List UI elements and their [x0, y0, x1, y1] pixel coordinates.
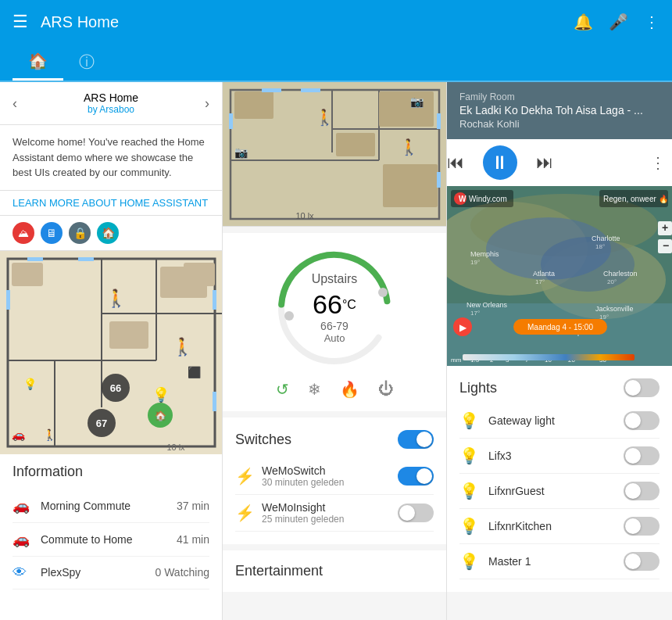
fp-icon-lock[interactable]: 🔒 — [69, 222, 91, 244]
thermostat-power-btn[interactable]: ⏻ — [378, 380, 394, 399]
svg-text:W: W — [459, 195, 466, 203]
thermostat-unit: °C — [342, 298, 356, 311]
svg-text:⬛: ⬛ — [188, 366, 202, 379]
wemoinsight-icon: ⚡ — [235, 504, 254, 522]
svg-rect-42 — [383, 164, 438, 207]
wemoswitch-time: 30 minuten geleden — [262, 477, 390, 488]
fp-icon-house[interactable]: 🏠 — [97, 222, 119, 244]
header-actions: 🔔 🎤 ⋮ — [574, 13, 659, 31]
lifxnrguest-light-toggle[interactable] — [624, 482, 659, 500]
home-nav-subtitle[interactable]: by Arsaboo — [84, 104, 138, 115]
svg-text:Memphis: Memphis — [470, 250, 499, 258]
svg-rect-38 — [336, 133, 375, 156]
svg-text:📷: 📷 — [234, 146, 248, 159]
fp-icon-mountain[interactable]: ⛰ — [13, 222, 34, 244]
home-nav: ‹ ARS Home by Arsaboo › — [0, 82, 222, 125]
learn-more-link[interactable]: LEARN MORE ABOUT HOME ASSISTANT — [0, 191, 222, 216]
thermostat-controls: ↺ ❄ 🔥 ⏻ — [235, 380, 434, 399]
next-arrow[interactable]: › — [205, 95, 209, 112]
light-row-lifxnrguest: 💡 LifxnrGuest — [459, 474, 659, 509]
wemoinsight-name: WeMoInsight — [262, 501, 390, 514]
svg-rect-98 — [463, 354, 634, 360]
wemoinsight-toggle[interactable] — [398, 504, 434, 522]
menu-icon[interactable]: ☰ — [13, 12, 28, 32]
lifxnrkitchen-light-toggle[interactable] — [624, 517, 659, 536]
svg-text:19°: 19° — [470, 259, 480, 266]
morning-commute-value: 37 min — [177, 500, 209, 512]
svg-point-62 — [541, 237, 634, 292]
bell-icon[interactable]: 🔔 — [574, 13, 593, 31]
svg-rect-10 — [109, 321, 148, 349]
light-icon-gateway: 💡 — [459, 411, 479, 430]
switches-card: Switches ⚡ WeMoSwitch 30 minuten geleden… — [223, 418, 446, 544]
svg-text:🏠: 🏠 — [155, 410, 166, 421]
svg-text:20°: 20° — [607, 278, 617, 285]
right-column: Family Room Ek Ladki Ko Dekha Toh Aisa L… — [447, 82, 672, 620]
svg-text:Charlotte: Charlotte — [592, 235, 620, 242]
wemoswitch-icon: ⚡ — [235, 467, 254, 486]
svg-text:66: 66 — [110, 382, 121, 394]
thermostat-mode: Auto — [312, 332, 358, 344]
thermostat-snow-btn[interactable]: ❄ — [308, 380, 321, 399]
car-icon-home: 🚗 — [13, 531, 31, 548]
svg-rect-44 — [262, 88, 281, 92]
master1-light-toggle[interactable] — [624, 552, 659, 571]
svg-point-53 — [284, 311, 294, 321]
prev-arrow[interactable]: ‹ — [13, 95, 17, 112]
tab-home[interactable]: 🏠 — [13, 44, 63, 81]
thermostat-name: Upstairs — [312, 272, 358, 286]
app-header: ☰ ARS Home 🔔 🎤 ⋮ — [0, 0, 672, 44]
light-name-lifxnrkitchen: LifxnrKitchen — [488, 520, 614, 532]
thermostat-card: Upstairs 66°C 66-79 Auto ↺ ❄ 🔥 ⏻ — [223, 233, 446, 411]
svg-rect-48 — [437, 172, 441, 188]
light-row-gateway: 💡 Gateway light — [459, 403, 659, 439]
info-row-commute-home: 🚗 Commute to Home 41 min — [13, 523, 209, 557]
mic-icon[interactable]: 🎤 — [609, 13, 628, 31]
wemoswitch-toggle[interactable] — [398, 467, 434, 486]
morning-commute-label: Morning Commute — [41, 500, 167, 512]
plexspy-value: 0 Watching — [155, 566, 209, 579]
svg-text:Charleston: Charleston — [603, 270, 638, 278]
thermostat-temp: 66 — [313, 289, 342, 319]
thermostat-refresh-btn[interactable]: ↺ — [276, 380, 289, 399]
svg-text:Regen, onweer 🔥: Regen, onweer 🔥 — [603, 194, 669, 204]
mid-floor-plan-svg: 🚶 🚶 10 lx 📷 📷 — [223, 82, 446, 227]
thermostat-flame-btn[interactable]: 🔥 — [340, 380, 359, 399]
svg-text:+: + — [662, 221, 668, 234]
lifx3-light-toggle[interactable] — [624, 446, 659, 465]
svg-text:🚶: 🚶 — [172, 336, 194, 357]
wemoinsight-info: WeMoInsight 25 minuten geleden — [262, 501, 390, 525]
svg-text:18°: 18° — [595, 243, 605, 250]
info-row-plexspy: 👁 PlexSpy 0 Watching — [13, 557, 209, 590]
wemoinsight-time: 25 minuten geleden — [262, 514, 390, 525]
svg-text:🚗: 🚗 — [12, 428, 26, 442]
tab-info[interactable]: ⓘ — [63, 44, 110, 81]
svg-rect-27 — [78, 257, 94, 261]
np-prev-btn[interactable]: ⏮ — [447, 152, 464, 173]
np-play-btn[interactable]: ⏸ — [483, 145, 517, 180]
svg-text:▶: ▶ — [459, 322, 467, 333]
left-column: ‹ ARS Home by Arsaboo › Welcome home! Yo… — [0, 82, 223, 620]
light-name-lifxnrguest: LifxnrGuest — [488, 485, 614, 497]
np-artist: Rochak Kohli — [459, 118, 659, 130]
fp-icon-screen[interactable]: 🖥 — [41, 222, 63, 244]
wemoswitch-name: WeMoSwitch — [262, 464, 390, 477]
np-next-btn[interactable]: ⏭ — [536, 152, 553, 173]
app-title: ARS Home — [41, 13, 574, 31]
gateway-light-toggle[interactable] — [624, 411, 659, 430]
svg-rect-26 — [27, 257, 43, 261]
np-more-btn[interactable]: ⋮ — [650, 153, 672, 172]
info-row-morning-commute: 🚗 Morning Commute 37 min — [13, 489, 209, 523]
svg-rect-37 — [379, 91, 434, 127]
wemoswitch-info: WeMoSwitch 30 minuten geleden — [262, 464, 390, 488]
thermostat-temp-display: 66°C — [312, 289, 358, 320]
svg-rect-46 — [229, 113, 233, 129]
svg-rect-28 — [6, 290, 10, 310]
lights-master-toggle[interactable] — [624, 378, 659, 397]
svg-rect-11 — [160, 267, 207, 298]
tab-bar: 🏠 ⓘ — [0, 44, 672, 82]
more-icon[interactable]: ⋮ — [644, 13, 659, 31]
light-icon-lifxnrkitchen: 💡 — [459, 517, 479, 536]
switch-row-wemoswitch: ⚡ WeMoSwitch 30 minuten geleden — [235, 458, 434, 495]
switches-master-toggle[interactable] — [398, 430, 434, 449]
